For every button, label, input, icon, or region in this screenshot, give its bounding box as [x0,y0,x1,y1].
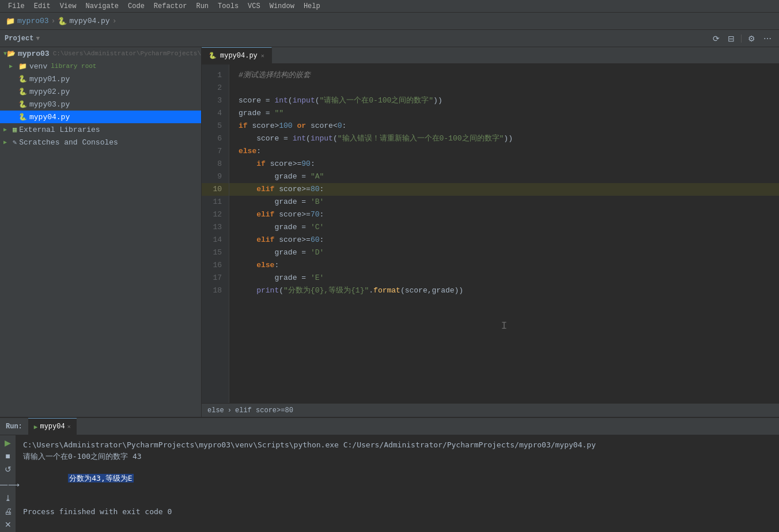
run-output-path: C:\Users\Administrator\PycharmProjects\m… [23,440,772,450]
ln-2: 2 [202,82,229,94]
venv-item[interactable]: ▶ 📁 venv library root [0,60,201,73]
menu-view[interactable]: View [56,1,80,12]
ext-lib-arrow: ▶ [3,126,13,133]
breadcrumb-sep: › [228,406,232,415]
code-line-1: #测试选择结构的嵌套 [229,69,779,82]
run-clear-button[interactable]: ✕ [2,519,14,530]
editor-empty-space[interactable]: I [229,297,779,343]
menu-bar: File Edit View Navigate Code Refactor Ru… [0,0,779,13]
code-line-4: grade = "" [229,107,779,120]
toolbar-dropdown-icon[interactable]: ▼ [36,35,40,42]
sidebar-file-mypy01[interactable]: 🐍 mypy01.py [0,73,201,85]
code-line-17: grade = 'E' [229,272,779,284]
run-tab-close[interactable]: ✕ [67,423,71,430]
more-button[interactable]: ⋯ [761,33,774,44]
file-mypy03-label: mypy03.py [29,100,70,109]
run-stop-button[interactable]: ■ [2,451,14,462]
scratches-consoles-item[interactable]: ▶ ✎ Scratches and Consoles [0,136,201,149]
sidebar-file-mypy03[interactable]: 🐍 mypy03.py [0,98,201,111]
collapse-button[interactable]: ⊟ [725,33,738,44]
run-rerun-button[interactable]: ↺ [2,464,14,475]
ln-11: 11 [202,196,229,208]
ln-6: 6 [202,132,229,145]
ln-1: 1 [202,69,229,82]
code-line-16: else: [229,259,779,272]
project-name[interactable]: mypro03 [17,17,49,25]
venv-folder-icon: 📁 [18,62,27,71]
menu-code[interactable]: Code [124,1,148,12]
run-scroll-button[interactable]: ⤓ [2,492,14,503]
menu-tools[interactable]: Tools [214,1,242,12]
code-line-3: score = int(input("请输入一个在0-100之间的数字")) [229,94,779,107]
code-line-13: grade = 'C' [229,221,779,234]
breadcrumb-else: else [207,406,224,415]
ln-9: 9 [202,170,229,183]
ln-18: 18 [202,284,229,297]
file-mypy02-label: mypy02.py [29,88,70,96]
ext-lib-icon: ▦ [13,126,17,134]
ln-13: 13 [202,221,229,234]
menu-edit[interactable]: Edit [31,1,54,12]
scratches-label: Scratches and Consoles [19,138,118,147]
run-label-text: Run: [6,423,22,431]
ln-16: 16 [202,259,229,272]
py-tab-icon: 🐍 [209,52,217,59]
project-path: C:\Users\Administrator\PycharmProjects\m [53,50,202,57]
ln-17: 17 [202,272,229,284]
tab-close-button[interactable]: ✕ [261,52,264,59]
code-line-5: if score>100 or score<0: [229,120,779,132]
settings-button[interactable]: ⚙ [745,33,758,44]
run-tab-bar: Run: ▶ mypy04 ✕ [0,418,779,435]
menu-refactor[interactable]: Refactor [150,1,191,12]
main-layout: Project ▼ ⟳ ⊟ ⚙ ⋯ ▼ 📂 mypro03 C:\Users\A… [0,30,779,532]
ln-10: 10 [202,183,229,196]
py-icon-4: 🐍 [18,113,27,121]
code-line-9: grade = "A" [229,170,779,183]
project-root-label: mypro03 [18,50,50,58]
menu-navigate[interactable]: Navigate [82,1,122,12]
menu-vcs[interactable]: VCS [244,1,264,12]
ln-7: 7 [202,145,229,158]
file-name[interactable]: mypy04.py [69,17,109,25]
run-label: Run: [0,418,28,435]
tab-mypy04[interactable]: 🐍 mypy04.py ✕ [202,47,272,63]
code-editor[interactable]: 1 2 3 4 5 6 7 8 9 10 11 12 13 14 15 16 1 [202,64,779,403]
py-icon-3: 🐍 [18,100,27,109]
external-libraries-item[interactable]: ▶ ▦ External Libraries [0,123,201,136]
run-tab-label: mypy04 [40,423,65,431]
sidebar-file-mypy04[interactable]: 🐍 mypy04.py [0,111,201,123]
code-line-2 [229,82,779,94]
ln-14: 14 [202,234,229,246]
code-line-6: score = int(input("输入错误！请重新输入一个在0-100之间的… [229,132,779,145]
menu-file[interactable]: File [5,1,28,12]
run-panel: Run: ▶ mypy04 ✕ ▶ ■ ↺ ⟵⟶ ⤓ 🖨 ✕ C:\ [0,417,779,532]
content-area: ▼ 📂 mypro03 C:\Users\Administrator\Pycha… [0,47,779,417]
line-numbers: 1 2 3 4 5 6 7 8 9 10 11 12 13 14 15 16 1 [202,64,229,403]
code-line-14: elif score>=60: [229,234,779,246]
sidebar-file-mypy02[interactable]: 🐍 mypy02.py [0,85,201,98]
run-output-result: 分数为43,等级为E [23,463,772,494]
file-mypy01-label: mypy01.py [29,75,70,83]
code-content[interactable]: #测试选择结构的嵌套 score = int(input("请输入一个在0-10… [229,64,779,403]
run-wrap-button[interactable]: ⟵⟶ [2,480,14,491]
menu-window[interactable]: Window [266,1,298,12]
sync-button[interactable]: ⟳ [710,33,723,44]
run-print-button[interactable]: 🖨 [2,506,14,516]
tab-bar: 🐍 mypy04.py ✕ [202,47,779,64]
tab-label: mypy04.py [220,52,258,60]
project-root[interactable]: ▼ 📂 mypro03 C:\Users\Administrator\Pycha… [0,47,201,60]
folder-icon: 📂 [7,50,16,58]
sidebar: ▼ 📂 mypro03 C:\Users\Administrator\Pycha… [0,47,202,417]
run-play-button[interactable]: ▶ [2,438,14,449]
cursor-indicator: I [501,320,508,332]
menu-help[interactable]: Help [300,1,324,12]
run-tab-mypy04[interactable]: ▶ mypy04 ✕ [28,418,77,435]
library-root-label: library root [51,63,96,70]
menu-run[interactable]: Run [192,1,212,12]
highlighted-output-text: 分数为43,等级为E [68,474,133,482]
py-icon-1: 🐍 [18,75,27,83]
run-sidebar: ▶ ■ ↺ ⟵⟶ ⤓ 🖨 ✕ [0,435,16,532]
editor-area: 🐍 mypy04.py ✕ 1 2 3 4 5 6 7 8 9 10 [202,47,779,417]
code-line-10: elif score>=80: [229,183,779,196]
project-label: Project [5,35,33,43]
